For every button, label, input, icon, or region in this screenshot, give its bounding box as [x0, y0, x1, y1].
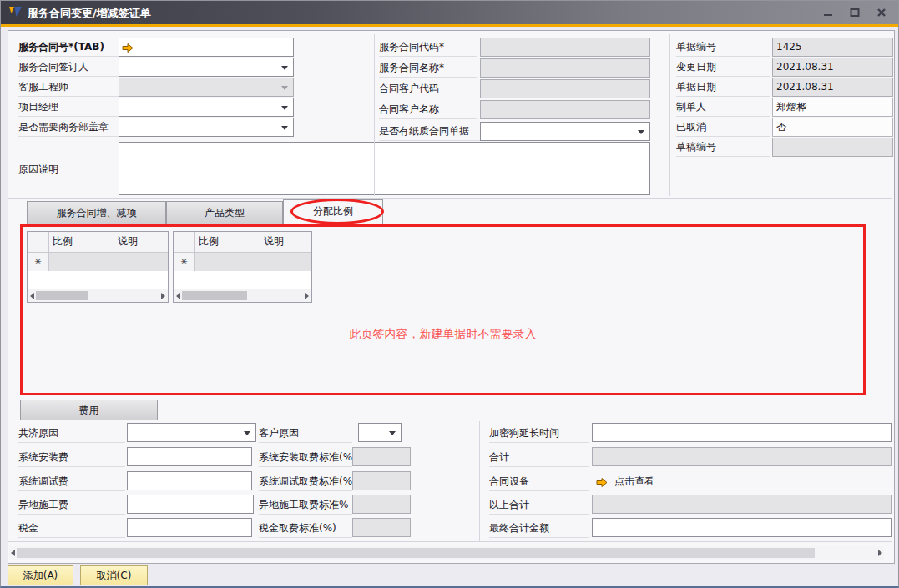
- debug-fee-input[interactable]: [127, 471, 252, 490]
- scroll-left-icon[interactable]: [176, 293, 180, 299]
- link-arrow-icon[interactable]: [122, 42, 134, 57]
- window-title: 服务合同变更/增减签证单: [28, 6, 151, 21]
- horizontal-scrollbar[interactable]: [9, 546, 884, 560]
- tab-product-type[interactable]: 产品类型: [166, 201, 283, 224]
- field-label-creator: 制单人: [676, 98, 770, 117]
- offsite-fee-input[interactable]: [127, 495, 254, 514]
- field-label-debug-fee: 系统调试费: [18, 472, 125, 491]
- table-row: ✳: [174, 253, 311, 271]
- scroll-right-icon[interactable]: [878, 550, 882, 556]
- contract-signer-combo[interactable]: [119, 58, 294, 77]
- offsite-fee-standard-field: [352, 495, 411, 514]
- scroll-right-icon[interactable]: [305, 293, 309, 299]
- cancelled-field: 否: [772, 118, 893, 137]
- field-label-install-fee: 系统安装费: [18, 448, 125, 467]
- customer-name-field: [480, 100, 650, 119]
- scrollbar-thumb[interactable]: [17, 548, 815, 558]
- creator-field: 郑熠桦: [772, 98, 893, 117]
- field-label-offsite-fee: 异地施工费: [18, 495, 125, 515]
- doc-date-field: 2021.08.31: [772, 78, 893, 97]
- tab-contract-add-remove-items[interactable]: 服务合同增、减项: [27, 201, 166, 224]
- field-label-service-engineer: 客服工程师: [18, 78, 119, 97]
- maximize-icon: [850, 8, 860, 18]
- chevron-down-icon: [281, 106, 288, 110]
- ratio-cell[interactable]: [195, 253, 260, 271]
- link-arrow-icon[interactable]: [596, 475, 608, 491]
- scroll-left-icon[interactable]: [11, 550, 15, 556]
- close-button[interactable]: [871, 4, 892, 21]
- tax-input[interactable]: [127, 518, 252, 537]
- click-to-view-link[interactable]: 点击查看: [614, 472, 654, 490]
- field-label-paper-contract: 是否有纸质合同单据: [379, 122, 480, 141]
- new-row-marker: ✳: [28, 253, 49, 271]
- draft-no-field: [772, 138, 893, 157]
- column-header-ratio: 比例: [195, 232, 260, 252]
- field-label-install-fee-standard: 系统安装取费标准(%): [259, 448, 352, 467]
- table-header-row: 比例 说明: [28, 232, 168, 253]
- fees-divider: [479, 421, 480, 541]
- new-row-marker: ✳: [174, 253, 195, 271]
- scroll-left-icon[interactable]: [30, 293, 34, 299]
- field-label-mutual-reason: 共济原因: [18, 424, 125, 443]
- mutual-reason-combo[interactable]: [127, 423, 256, 442]
- chevron-down-icon: [281, 86, 288, 90]
- description-cell[interactable]: [114, 253, 168, 271]
- dialog-window: 服务合同变更/增减签证单 服务合同号*(TAB) 服务合同签订人 客服工程师 项…: [0, 0, 899, 588]
- scrollbar-thumb[interactable]: [36, 291, 88, 300]
- service-engineer-combo-disabled: [119, 78, 294, 97]
- final-total-input[interactable]: [592, 518, 892, 537]
- field-label-contract-name: 服务合同名称*: [379, 58, 477, 78]
- field-label-contract-code: 服务合同代码*: [379, 38, 477, 57]
- allocation-table-1: 比例 说明 ✳: [27, 231, 169, 303]
- field-label-doc-date: 单据日期: [676, 78, 770, 97]
- field-label-contract-signer: 服务合同签订人: [18, 58, 119, 77]
- ratio-cell[interactable]: [49, 253, 114, 271]
- project-manager-combo[interactable]: [119, 98, 294, 117]
- description-cell[interactable]: [260, 253, 311, 271]
- column-header-ratio: 比例: [49, 232, 114, 252]
- install-fee-input[interactable]: [127, 447, 252, 466]
- tab-allocation-ratio[interactable]: 分配比例: [283, 199, 383, 224]
- title-bar: 服务合同变更/增减签证单: [1, 1, 898, 24]
- field-label-offsite-fee-standard: 异地施工取费标准%: [259, 495, 352, 515]
- install-fee-standard-field: [352, 447, 411, 466]
- table-header-row: 比例 说明: [174, 232, 311, 253]
- field-label-debug-fee-standard: 系统调试取费标准(%): [259, 472, 352, 491]
- customer-reason-combo[interactable]: [358, 423, 402, 442]
- dongle-extension-input[interactable]: [592, 423, 892, 442]
- scroll-right-icon[interactable]: [161, 293, 165, 299]
- maximize-button[interactable]: [844, 4, 866, 21]
- chevron-down-icon: [244, 431, 250, 435]
- column-header-description: 说明: [114, 232, 168, 252]
- debug-fee-standard-field: [352, 471, 411, 490]
- tab-fees[interactable]: 费用: [20, 400, 158, 420]
- close-icon: [876, 8, 886, 18]
- form-panel: 服务合同号*(TAB) 服务合同签订人 客服工程师 项目经理 是否需要商务部盖章…: [8, 30, 895, 564]
- contract-name-field: [480, 58, 650, 78]
- column-divider: [374, 34, 375, 196]
- field-label-change-date: 变更日期: [676, 58, 770, 77]
- column-header-description: 说明: [260, 232, 311, 252]
- section-divider: [8, 198, 892, 199]
- row-header-column: [174, 232, 195, 252]
- scrollbar-thumb[interactable]: [182, 291, 247, 300]
- field-label-contract-equipment: 合同设备: [489, 472, 589, 491]
- annotation-note: 此页签内容，新建单据时不需要录入: [20, 327, 866, 342]
- field-label-service-contract-no: 服务合同号*(TAB): [18, 38, 119, 57]
- reason-textarea[interactable]: [119, 142, 650, 195]
- allocation-table-2: 比例 说明 ✳: [173, 231, 312, 303]
- field-label-project-manager: 项目经理: [18, 98, 119, 117]
- cancel-button[interactable]: 取消(C): [80, 565, 148, 585]
- table-scrollbar[interactable]: [174, 289, 311, 302]
- field-label-customer-name: 合同客户名称: [379, 100, 477, 119]
- chevron-down-icon: [281, 66, 288, 70]
- total-field: [592, 447, 892, 466]
- service-contract-no-input[interactable]: [119, 38, 294, 57]
- contract-code-field: [480, 38, 650, 57]
- paper-contract-combo[interactable]: [480, 122, 650, 141]
- minimize-button[interactable]: [817, 4, 839, 21]
- add-button[interactable]: 添加(A): [8, 565, 73, 585]
- need-business-seal-combo[interactable]: [119, 118, 294, 137]
- table-scrollbar[interactable]: [28, 289, 168, 302]
- accent-line: [1, 24, 898, 27]
